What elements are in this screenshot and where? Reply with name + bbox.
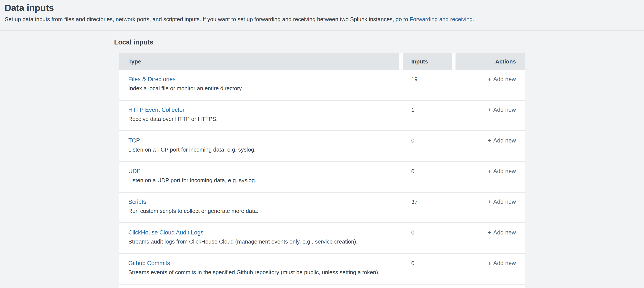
- inputs-count: 1: [403, 101, 456, 130]
- actions-cell: +Add new: [456, 254, 525, 284]
- table-row: Github Commits Streams events of commits…: [119, 254, 525, 284]
- plus-icon: +: [488, 260, 491, 266]
- inputs-count: 0: [403, 223, 456, 253]
- input-type-description: Streams events of commits in the specifi…: [128, 268, 403, 276]
- add-new-label: Add new: [493, 229, 516, 236]
- subtitle-text-after: .: [472, 16, 474, 23]
- type-cell: HTTP Event Collector Receive data over H…: [119, 101, 403, 130]
- inputs-count: 37: [403, 193, 456, 222]
- type-cell: TCP Listen on a TCP port for incoming da…: [119, 131, 403, 161]
- page-title: Data inputs: [4, 2, 54, 14]
- actions-cell: +Add new: [456, 131, 525, 161]
- add-new-link[interactable]: +Add new: [488, 168, 516, 174]
- input-type-link[interactable]: Files & Directories: [128, 76, 176, 83]
- add-new-label: Add new: [493, 168, 516, 174]
- table-row: HTTP Event Collector Receive data over H…: [119, 101, 525, 131]
- table-row: TCP Listen on a TCP port for incoming da…: [119, 131, 525, 162]
- type-cell: Scripts Run custom scripts to collect or…: [119, 193, 403, 222]
- local-inputs-heading: Local inputs: [114, 39, 154, 46]
- table-row: UDP Listen on a UDP port for incoming da…: [119, 162, 525, 193]
- inputs-count: 0: [403, 131, 456, 161]
- add-new-label: Add new: [493, 199, 516, 205]
- add-new-link[interactable]: +Add new: [488, 107, 516, 113]
- input-type-description: Run custom scripts to collect or generat…: [128, 207, 403, 215]
- plus-icon: +: [488, 199, 491, 205]
- column-header-actions: Actions: [456, 53, 525, 70]
- input-type-link[interactable]: ClickHouse Cloud Audit Logs: [128, 229, 204, 236]
- add-new-label: Add new: [493, 137, 516, 144]
- input-type-link[interactable]: HTTP Event Collector: [128, 106, 184, 114]
- input-type-link[interactable]: TCP: [128, 137, 140, 144]
- actions-cell: +Add new: [456, 162, 525, 192]
- input-type-link[interactable]: Github Commits: [128, 259, 170, 267]
- table-body: Files & Directories Index a local file o…: [119, 70, 525, 284]
- table-row: ClickHouse Cloud Audit Logs Streams audi…: [119, 223, 525, 254]
- plus-icon: +: [488, 168, 491, 174]
- actions-cell: +Add new: [456, 70, 525, 100]
- add-new-link[interactable]: +Add new: [488, 260, 516, 266]
- plus-icon: +: [488, 229, 491, 236]
- actions-cell: +Add new: [456, 223, 525, 253]
- input-type-description: Streams audit logs from ClickHouse Cloud…: [128, 238, 403, 245]
- input-type-description: Index a local file or monitor an entire …: [128, 85, 403, 92]
- add-new-link[interactable]: +Add new: [488, 229, 516, 236]
- type-cell: UDP Listen on a UDP port for incoming da…: [119, 162, 403, 192]
- add-new-link[interactable]: +Add new: [488, 137, 516, 144]
- input-type-description: Listen on a TCP port for incoming data, …: [128, 146, 403, 153]
- actions-cell: +Add new: [456, 101, 525, 130]
- table-row: Scripts Run custom scripts to collect or…: [119, 193, 525, 223]
- inputs-count: 0: [403, 162, 456, 192]
- plus-icon: +: [488, 76, 491, 83]
- plus-icon: +: [488, 107, 491, 113]
- inputs-count: 0: [403, 254, 456, 284]
- add-new-link[interactable]: +Add new: [488, 76, 516, 83]
- forwarding-and-receiving-link[interactable]: Forwarding and receiving: [410, 16, 472, 23]
- data-inputs-page: { "page": { "title": "Data inputs", "sub…: [0, 0, 644, 288]
- actions-cell: +Add new: [456, 193, 525, 222]
- subtitle-text-before: Set up data inputs from files and direct…: [5, 16, 410, 23]
- input-type-description: Receive data over HTTP or HTTPS.: [128, 115, 403, 123]
- type-cell: Files & Directories Index a local file o…: [119, 70, 403, 100]
- plus-icon: +: [488, 137, 491, 144]
- local-inputs-table: Type Inputs Actions Files & Directories …: [119, 53, 525, 288]
- type-cell: Github Commits Streams events of commits…: [119, 254, 403, 284]
- column-header-type: Type: [119, 53, 399, 70]
- table-row: Files & Directories Index a local file o…: [119, 70, 525, 101]
- page-subtitle: Set up data inputs from files and direct…: [5, 16, 474, 23]
- partial-next-row: [119, 284, 525, 288]
- add-new-label: Add new: [493, 76, 516, 83]
- add-new-link[interactable]: +Add new: [488, 199, 516, 205]
- table-header-row: Type Inputs Actions: [119, 53, 525, 70]
- input-type-link[interactable]: UDP: [128, 168, 140, 175]
- page-header: Data inputs Set up data inputs from file…: [0, 0, 644, 31]
- add-new-label: Add new: [493, 260, 516, 266]
- type-cell: ClickHouse Cloud Audit Logs Streams audi…: [119, 223, 403, 253]
- input-type-link[interactable]: Scripts: [128, 198, 146, 205]
- input-type-description: Listen on a UDP port for incoming data, …: [128, 177, 403, 184]
- column-header-inputs: Inputs: [403, 53, 452, 70]
- inputs-count: 19: [403, 70, 456, 100]
- add-new-label: Add new: [493, 107, 516, 113]
